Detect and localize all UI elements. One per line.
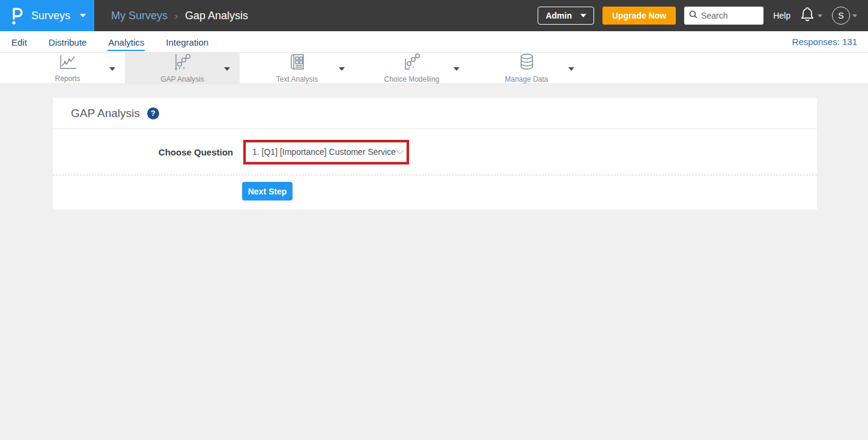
newspaper-icon xyxy=(288,53,307,73)
responses-count: Responses: 131 xyxy=(792,37,857,47)
tab-dropdown-caret-icon[interactable] xyxy=(224,67,230,71)
analytics-tab-bar: Reports GAP Analysis xyxy=(0,53,868,84)
admin-label: Admin xyxy=(545,11,572,20)
tab-dropdown-caret-icon[interactable] xyxy=(568,67,574,71)
product-name: Surveys xyxy=(31,10,74,22)
tab-choice-modelling[interactable]: Choice Modelling xyxy=(354,53,469,83)
tab-integration[interactable]: Integration xyxy=(165,33,209,51)
bell-icon xyxy=(800,7,815,25)
admin-menu-button[interactable]: Admin xyxy=(538,7,594,25)
chevron-down-icon xyxy=(580,14,586,17)
proprofs-logo-icon xyxy=(10,5,25,26)
search-icon xyxy=(689,10,697,21)
tab-reports[interactable]: Reports xyxy=(10,53,125,83)
tab-label: GAP Analysis xyxy=(160,75,204,83)
tab-dropdown-caret-icon[interactable] xyxy=(339,67,345,71)
tab-edit[interactable]: Edit xyxy=(11,33,28,51)
choose-question-label: Choose Question xyxy=(53,147,233,157)
help-link[interactable]: Help xyxy=(773,11,791,20)
avatar: S xyxy=(832,7,850,25)
top-bar: Surveys My Surveys › Gap Analysis Admin … xyxy=(0,0,868,31)
tab-label: Reports xyxy=(55,74,80,83)
scatter-chart-icon xyxy=(172,53,193,73)
chevron-down-icon xyxy=(818,14,822,17)
tab-label: Manage Data xyxy=(505,75,548,83)
tab-dropdown-caret-icon[interactable] xyxy=(109,67,115,71)
choose-question-row: Choose Question 1. [Q1] [Importance] Cus… xyxy=(53,129,817,175)
bubble-chart-icon xyxy=(401,53,423,73)
button-row: Next Step xyxy=(53,175,817,209)
question-mark-icon[interactable]: ? xyxy=(147,107,159,119)
breadcrumb: My Surveys › Gap Analysis xyxy=(111,10,248,22)
chevron-down-icon xyxy=(80,14,86,17)
notifications-menu[interactable] xyxy=(800,7,822,25)
breadcrumb-my-surveys[interactable]: My Surveys xyxy=(111,10,168,22)
tab-dropdown-caret-icon[interactable] xyxy=(454,67,460,71)
database-icon xyxy=(518,53,536,73)
line-chart-icon xyxy=(57,53,79,73)
survey-nav: Edit Distribute Analytics Integration Re… xyxy=(0,31,868,53)
question-select-value: 1. [Q1] [Importance] Customer Service xyxy=(252,147,396,157)
page-background: GAP Analysis ? Choose Question 1. [Q1] [… xyxy=(0,98,868,440)
tab-manage-data[interactable]: Manage Data xyxy=(469,53,584,83)
breadcrumb-current: Gap Analysis xyxy=(185,10,248,22)
question-select[interactable]: 1. [Q1] [Importance] Customer Service xyxy=(246,142,407,162)
search-input[interactable] xyxy=(701,11,755,20)
panel-header: GAP Analysis ? xyxy=(53,98,817,129)
product-switcher[interactable]: Surveys xyxy=(0,0,94,31)
tab-text-analysis[interactable]: Text Analysis xyxy=(240,53,354,83)
search-box[interactable] xyxy=(684,7,763,25)
tab-distribute[interactable]: Distribute xyxy=(48,33,87,51)
tab-label: Choice Modelling xyxy=(384,75,439,83)
annotation-highlight-box: 1. [Q1] [Importance] Customer Service xyxy=(243,140,409,164)
gap-analysis-panel: GAP Analysis ? Choose Question 1. [Q1] [… xyxy=(53,98,817,209)
next-step-button[interactable]: Next Step xyxy=(242,182,293,200)
account-menu[interactable]: S xyxy=(832,7,857,25)
topbar-actions: Admin Upgrade Now Help S xyxy=(538,7,868,25)
chevron-down-icon xyxy=(852,14,857,17)
breadcrumb-separator-icon: › xyxy=(175,11,178,21)
page-title: GAP Analysis xyxy=(71,107,140,120)
tab-gap-analysis[interactable]: GAP Analysis xyxy=(125,53,240,83)
tab-analytics[interactable]: Analytics xyxy=(108,33,145,51)
tab-label: Text Analysis xyxy=(276,75,318,83)
chevron-down-icon xyxy=(396,146,404,157)
upgrade-now-button[interactable]: Upgrade Now xyxy=(602,7,676,25)
